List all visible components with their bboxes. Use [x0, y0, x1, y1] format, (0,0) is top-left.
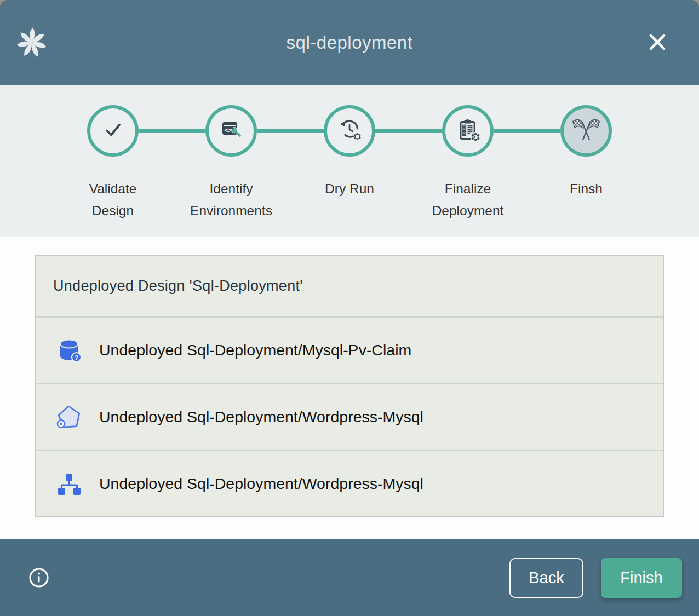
step-finalize-deployment[interactable]	[442, 105, 494, 157]
step-label-dry-run: Dry Run	[290, 178, 409, 222]
dry-run-icon	[336, 117, 363, 145]
close-button[interactable]	[644, 30, 671, 56]
stepper-connector	[139, 129, 205, 133]
finish-button[interactable]: Finish	[601, 558, 682, 598]
stepper-labels: Validate Design Identify Environments Dr…	[54, 178, 645, 222]
panel-header-text: Undeployed Design 'Sql-Deployment'	[53, 278, 303, 295]
clipboard-gear-icon	[455, 117, 481, 145]
stepper: <>	[0, 85, 699, 237]
step-label-identify-environments: Identify Environments	[172, 178, 290, 222]
status-row-text: Undeployed Sql-Deployment/Wordpress-Mysq…	[99, 475, 423, 493]
step-finish[interactable]	[560, 105, 612, 157]
hierarchy-icon	[54, 469, 84, 499]
stepper-connector	[257, 129, 324, 133]
step-label-finish: Finsh	[527, 178, 645, 222]
status-row-wordpress-mysql-2: Undeployed Sql-Deployment/Wordpress-Mysq…	[36, 450, 663, 516]
status-row-text: Undeployed Sql-Deployment/Mysql-Pv-Claim	[99, 341, 411, 359]
stepper-connector	[375, 129, 442, 133]
deployment-status-panel: Undeployed Design 'Sql-Deployment' ? Und…	[35, 255, 664, 517]
titlebar: sql-deployment	[0, 0, 699, 85]
app-logo-icon	[15, 26, 48, 59]
step-label-validate-design: Validate Design	[54, 178, 172, 222]
status-row-mysql-pv-claim: ? Undeployed Sql-Deployment/Mysql-Pv-Cla…	[36, 316, 663, 383]
database-icon: ?	[54, 336, 84, 365]
step-validate-design[interactable]	[87, 105, 139, 157]
panel-header-row: Undeployed Design 'Sql-Deployment'	[36, 256, 663, 316]
svg-text:?: ?	[75, 354, 78, 360]
code-wrench-icon: <>	[218, 117, 244, 145]
step-dry-run[interactable]	[324, 105, 375, 157]
footer-bar: Back Finish	[0, 539, 699, 616]
info-icon	[28, 582, 49, 590]
status-row-wordpress-mysql-1: Undeployed Sql-Deployment/Wordpress-Mysq…	[36, 383, 663, 450]
content-area: Undeployed Design 'Sql-Deployment' ? Und…	[0, 237, 699, 539]
step-identify-environments[interactable]: <>	[205, 105, 257, 157]
dialog-title: sql-deployment	[287, 32, 413, 53]
pentagon-icon	[54, 402, 84, 432]
back-button[interactable]: Back	[509, 558, 583, 598]
status-row-text: Undeployed Sql-Deployment/Wordpress-Mysq…	[99, 408, 423, 426]
footer-buttons: Back Finish	[509, 558, 682, 598]
checkered-flags-icon	[571, 117, 601, 145]
stepper-circles: <>	[87, 105, 612, 157]
check-icon	[100, 117, 126, 145]
deployment-wizard-dialog: sql-deployment	[0, 0, 699, 616]
svg-text:<>: <>	[225, 126, 232, 134]
info-button[interactable]	[28, 567, 49, 588]
close-icon	[645, 30, 669, 56]
stepper-connector	[494, 129, 560, 133]
step-label-finalize-deployment: Finalize Deployment	[409, 178, 527, 222]
